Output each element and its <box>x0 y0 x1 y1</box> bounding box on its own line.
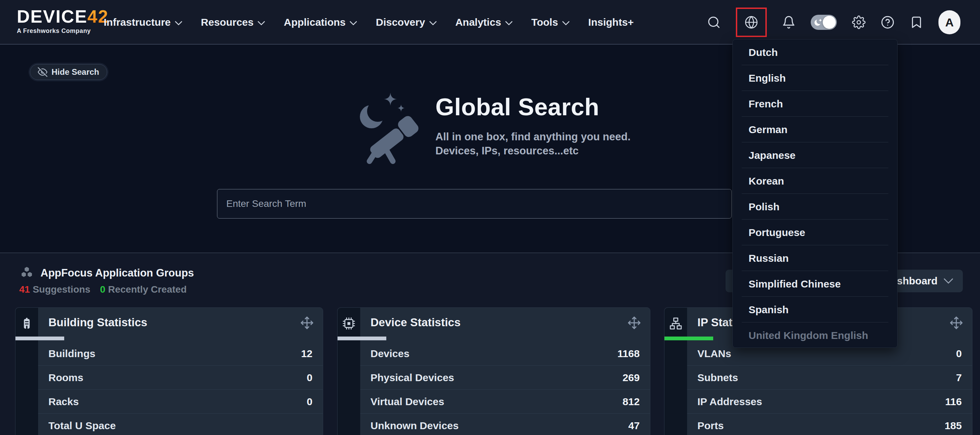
chevron-down-icon <box>562 21 570 25</box>
stat-value: 116 <box>945 396 962 408</box>
language-option[interactable]: Dutch <box>733 40 897 65</box>
stat-label: Devices <box>371 348 409 360</box>
cubes-icon <box>19 265 34 281</box>
eye-off-icon <box>38 67 48 77</box>
language-option[interactable]: English <box>733 65 897 91</box>
stat-row: Rooms 0 <box>38 366 323 390</box>
card-title: Device Statistics <box>371 316 460 329</box>
chevron-down-icon <box>258 21 265 25</box>
stat-value: 7 <box>956 372 962 384</box>
language-option[interactable]: Korean <box>733 168 897 194</box>
language-option[interactable]: German <box>733 117 897 142</box>
language-option-selected: United Kingdom English <box>733 322 897 348</box>
stat-label: Rooms <box>48 372 83 384</box>
card-accent-bar <box>665 337 713 340</box>
move-icon[interactable] <box>950 316 963 330</box>
language-option[interactable]: French <box>733 91 897 117</box>
globe-icon[interactable] <box>745 16 758 29</box>
bookmark-icon[interactable] <box>910 16 923 29</box>
search-input[interactable] <box>217 189 732 219</box>
stat-label: VLANs <box>697 348 731 360</box>
bell-icon[interactable] <box>782 16 795 29</box>
appfocus-title: AppFocus Application Groups <box>41 267 194 279</box>
stat-value: 0 <box>307 396 312 408</box>
stat-value: 269 <box>622 372 640 384</box>
hero-subtitle: All in one box, find anything you need. … <box>435 130 630 158</box>
building-icon <box>20 317 33 330</box>
language-option[interactable]: Portuguese <box>733 219 897 245</box>
recent-label: Recently Created <box>108 284 187 295</box>
device42-logo[interactable]: DEVICE42 A Freshworks Company <box>17 8 108 35</box>
appfocus-section: AppFocus Application Groups 41 Suggestio… <box>19 265 194 295</box>
stat-label: IP Addresses <box>697 396 762 408</box>
stat-label: Ports <box>697 420 724 432</box>
globe-highlight-box <box>736 8 767 37</box>
stat-row: Virtual Devices 812 <box>360 390 650 414</box>
chevron-down-icon <box>505 21 513 25</box>
language-option[interactable]: Simplified Chinese <box>733 271 897 297</box>
suggestions-label: Suggestions <box>33 284 90 295</box>
brand-tagline: A Freshworks Company <box>17 27 108 35</box>
stat-value: 12 <box>301 348 312 360</box>
stat-value: 812 <box>622 396 640 408</box>
stat-label: Total U Space <box>48 420 116 432</box>
card-title: Building Statistics <box>48 316 147 329</box>
card-accent-bar <box>337 337 386 340</box>
move-icon[interactable] <box>300 316 314 330</box>
moon-icon <box>813 17 823 27</box>
brand-text: DEVICE42 <box>17 8 108 25</box>
help-icon[interactable] <box>881 16 894 29</box>
language-option[interactable]: Spanish <box>733 297 897 322</box>
chip-icon <box>342 317 356 330</box>
language-option[interactable]: Russian <box>733 245 897 271</box>
stat-row: Devices 1168 <box>360 342 650 366</box>
card-icon-strip <box>337 308 360 435</box>
avatar[interactable]: A <box>939 10 961 34</box>
stat-label: Physical Devices <box>371 372 454 384</box>
card-rows: Devices 1168 Physical Devices 269 Virtua… <box>360 342 650 435</box>
hero-text: Global Search All in one box, find anyth… <box>435 93 630 158</box>
stat-row: Unknown Devices 47 <box>360 414 650 435</box>
menu-item-infrastructure[interactable]: Infrastructure <box>104 16 182 28</box>
search-icon[interactable] <box>707 16 721 29</box>
hide-search-button[interactable]: Hide Search <box>30 64 107 80</box>
stat-row: IP Addresses 116 <box>687 390 972 414</box>
navbar-actions: A <box>707 0 961 44</box>
chevron-down-icon <box>350 21 357 25</box>
menu-item-resources[interactable]: Resources <box>201 16 265 28</box>
menu-item-insights[interactable]: Insights+ <box>588 16 634 28</box>
card-rows: VLANs 0 Subnets 7 IP Addresses 116 Ports… <box>687 342 972 435</box>
stat-value: 1168 <box>617 348 640 360</box>
appfocus-stats: 41 Suggestions 0 Recently Created <box>19 284 194 295</box>
card-icon-strip <box>665 308 687 435</box>
main-menu: Infrastructure Resources Applications Di… <box>104 0 634 44</box>
toggle-knob <box>823 16 836 29</box>
menu-item-discovery[interactable]: Discovery <box>375 16 436 28</box>
menu-item-tools[interactable]: Tools <box>531 16 570 28</box>
hero-title: Global Search <box>435 93 630 121</box>
stat-row: Racks 0 <box>38 390 323 414</box>
language-option[interactable]: Polish <box>733 194 897 219</box>
avatar-initial: A <box>945 16 954 29</box>
chevron-down-icon <box>429 21 437 25</box>
stat-row: Physical Devices 269 <box>360 366 650 390</box>
card-icon-strip <box>16 308 38 435</box>
telescope-icon <box>357 90 421 165</box>
building-statistics-card: Building Statistics Buildings 12 Rooms 0… <box>15 307 323 435</box>
language-dropdown: Dutch English French German Japanese Kor… <box>732 39 897 348</box>
menu-item-analytics[interactable]: Analytics <box>455 16 513 28</box>
stat-label: Subnets <box>697 372 738 384</box>
gear-icon[interactable] <box>852 16 865 29</box>
stat-label: Buildings <box>48 348 95 360</box>
recent-count: 0 <box>100 284 105 295</box>
dark-mode-toggle[interactable] <box>811 15 837 30</box>
stat-value: 0 <box>956 348 962 360</box>
move-icon[interactable] <box>627 316 641 330</box>
language-option[interactable]: Japanese <box>733 142 897 168</box>
card-accent-bar <box>16 337 64 340</box>
stat-label: Unknown Devices <box>371 420 459 432</box>
suggestions-count: 41 <box>19 284 30 295</box>
stat-row: Subnets 7 <box>687 366 972 390</box>
hide-search-label: Hide Search <box>51 67 99 77</box>
menu-item-applications[interactable]: Applications <box>284 16 357 28</box>
